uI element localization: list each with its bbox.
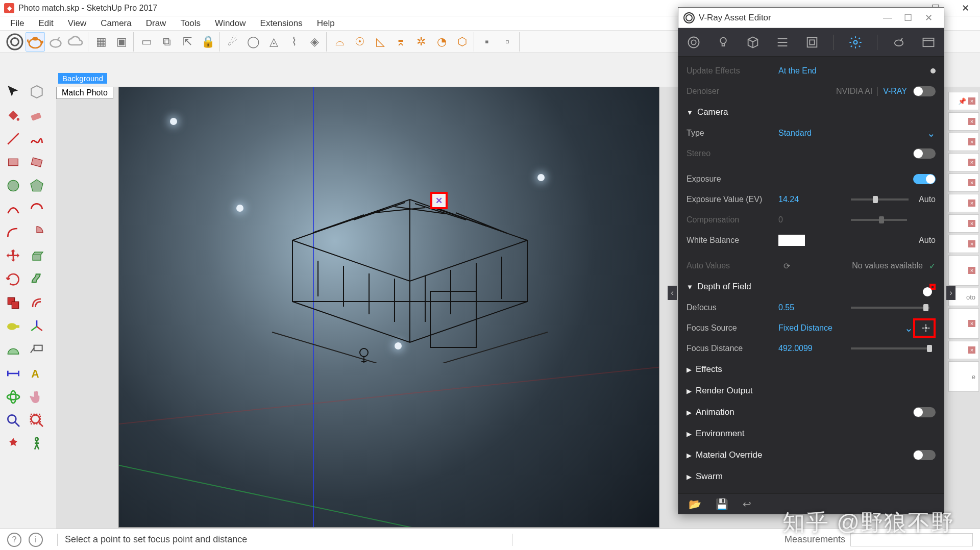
freehand-icon[interactable] bbox=[26, 128, 48, 150]
render-tab-icon[interactable] bbox=[891, 34, 907, 51]
clipper-icon[interactable]: ▫ bbox=[498, 32, 517, 52]
tray-item[interactable]: × bbox=[948, 194, 979, 212]
type-value[interactable]: Standard bbox=[778, 129, 845, 138]
tape-icon[interactable] bbox=[2, 315, 24, 338]
pan-icon[interactable] bbox=[26, 386, 48, 408]
close-icon[interactable]: × bbox=[968, 97, 975, 105]
fur-icon[interactable]: ▪ bbox=[477, 32, 497, 52]
wb-swatch[interactable] bbox=[778, 235, 805, 246]
viewport[interactable]: ✕ bbox=[118, 87, 659, 528]
light-spot-icon[interactable]: ◬ bbox=[264, 32, 283, 52]
chevron-down-icon[interactable]: ⌄ bbox=[927, 127, 936, 139]
vray-maximize-button[interactable]: ☐ bbox=[898, 12, 918, 23]
light-rect-icon[interactable]: ☄ bbox=[223, 32, 242, 52]
focus-dist-value[interactable]: 492.0099 bbox=[778, 344, 845, 353]
frame-buffer-tab-icon[interactable] bbox=[920, 34, 937, 51]
polygon-icon[interactable] bbox=[26, 174, 48, 197]
zoom-extents-icon[interactable] bbox=[26, 409, 48, 432]
close-icon[interactable]: × bbox=[968, 220, 975, 227]
camera-section[interactable]: ▼Camera bbox=[687, 102, 936, 123]
close-icon[interactable]: × bbox=[968, 118, 975, 125]
pushpull-icon[interactable] bbox=[26, 245, 48, 267]
tray-item[interactable]: × bbox=[948, 235, 979, 253]
info-icon[interactable]: i bbox=[29, 533, 43, 547]
region-render-icon[interactable]: ▣ bbox=[112, 32, 131, 52]
vray-scroll-right-icon[interactable]: › bbox=[946, 286, 955, 300]
vray-close-button[interactable]: ✕ bbox=[918, 12, 939, 23]
tray-item[interactable]: × bbox=[948, 214, 979, 233]
3dtext-icon[interactable]: A bbox=[26, 362, 48, 385]
geometry-tab-icon[interactable] bbox=[745, 34, 761, 51]
offset-icon[interactable] bbox=[26, 292, 48, 314]
dimension-icon[interactable] bbox=[2, 362, 24, 385]
light-ies-icon[interactable]: ⌇ bbox=[284, 32, 304, 52]
viewport-render-icon[interactable]: ▦ bbox=[91, 32, 111, 52]
frame-buffer-icon[interactable]: ▭ bbox=[137, 32, 156, 52]
denoiser-toggle[interactable] bbox=[913, 86, 936, 96]
environment-section[interactable]: ▶Environment bbox=[687, 423, 936, 444]
animation-toggle[interactable] bbox=[913, 407, 936, 417]
rotated-rect-icon[interactable] bbox=[26, 151, 48, 173]
walk-icon[interactable] bbox=[26, 433, 48, 455]
tray-item[interactable]: × bbox=[948, 112, 979, 131]
light-sphere-icon[interactable]: ◯ bbox=[243, 32, 263, 52]
radio-icon[interactable] bbox=[930, 68, 936, 73]
move-icon[interactable] bbox=[2, 245, 24, 267]
mesh-light-icon[interactable]: ⌆ bbox=[391, 32, 410, 52]
open-file-icon[interactable]: 📂 bbox=[689, 498, 701, 510]
material-override-toggle[interactable] bbox=[913, 450, 936, 460]
teapot-render-icon[interactable] bbox=[26, 32, 45, 52]
close-icon[interactable]: × bbox=[968, 199, 975, 207]
comp-value[interactable]: 0 bbox=[778, 215, 845, 224]
protractor-icon[interactable] bbox=[2, 339, 24, 361]
batch-render-icon[interactable]: ⧉ bbox=[157, 32, 177, 52]
dome-light-icon[interactable]: ⌓ bbox=[330, 32, 349, 52]
defocus-slider[interactable] bbox=[851, 307, 929, 309]
tray-item[interactable]: × bbox=[948, 308, 979, 339]
zoom-icon[interactable] bbox=[2, 409, 24, 432]
chevron-down-icon[interactable]: ⌄ bbox=[904, 322, 913, 334]
stereo-toggle[interactable] bbox=[913, 148, 936, 159]
ev-slider[interactable] bbox=[851, 198, 909, 201]
help-icon[interactable]: ? bbox=[7, 533, 21, 547]
proxy-icon[interactable]: ⬡ bbox=[452, 32, 472, 52]
menu-draw[interactable]: Draw bbox=[139, 16, 174, 31]
close-icon[interactable]: × bbox=[968, 138, 975, 145]
menu-help[interactable]: Help bbox=[310, 16, 342, 31]
export-icon[interactable]: ⇱ bbox=[178, 32, 197, 52]
menu-window[interactable]: Window bbox=[208, 16, 253, 31]
materials-tab-icon[interactable] bbox=[685, 34, 702, 51]
defocus-value[interactable]: 0.55 bbox=[778, 303, 845, 312]
focus-point-marker[interactable]: ✕ bbox=[430, 192, 448, 209]
scale-icon[interactable] bbox=[2, 292, 24, 314]
check-icon[interactable]: ✓ bbox=[929, 261, 936, 271]
tray-pin[interactable]: 📌× bbox=[948, 92, 979, 110]
textures-tab-icon[interactable] bbox=[774, 34, 791, 51]
vray-logo-icon[interactable] bbox=[5, 32, 24, 52]
animation-section[interactable]: ▶Animation bbox=[687, 402, 936, 423]
light-omni-icon[interactable]: ◈ bbox=[305, 32, 324, 52]
select-tool-icon[interactable] bbox=[2, 81, 24, 103]
lock-icon[interactable]: 🔒 bbox=[198, 32, 217, 52]
paint-bucket-icon[interactable] bbox=[2, 104, 24, 127]
pie-icon[interactable] bbox=[26, 221, 48, 244]
denoiser-nvidia[interactable]: NVIDIA AI bbox=[836, 87, 872, 96]
menu-file[interactable]: File bbox=[3, 16, 31, 31]
denoiser-vray[interactable]: V-RAY bbox=[883, 87, 907, 96]
tray-item[interactable]: × bbox=[948, 341, 979, 359]
line-tool-icon[interactable] bbox=[2, 128, 24, 150]
vray-minimize-button[interactable]: — bbox=[877, 12, 898, 23]
pick-focus-icon[interactable] bbox=[919, 321, 933, 335]
tray-item-e[interactable]: e bbox=[948, 361, 979, 392]
effects-section[interactable]: ▶Effects bbox=[687, 359, 936, 380]
spot-light-icon[interactable]: ◔ bbox=[432, 32, 451, 52]
component-icon[interactable] bbox=[26, 81, 48, 103]
render-elements-tab-icon[interactable] bbox=[804, 34, 820, 51]
text-icon[interactable] bbox=[26, 339, 48, 361]
close-icon[interactable]: × bbox=[968, 159, 975, 166]
followme-icon[interactable] bbox=[26, 268, 48, 291]
close-icon[interactable]: × bbox=[968, 240, 975, 247]
exposure-toggle[interactable] bbox=[913, 174, 936, 184]
lights-tab-icon[interactable] bbox=[715, 34, 731, 51]
vray-scroll-left-icon[interactable]: ‹ bbox=[668, 286, 677, 300]
